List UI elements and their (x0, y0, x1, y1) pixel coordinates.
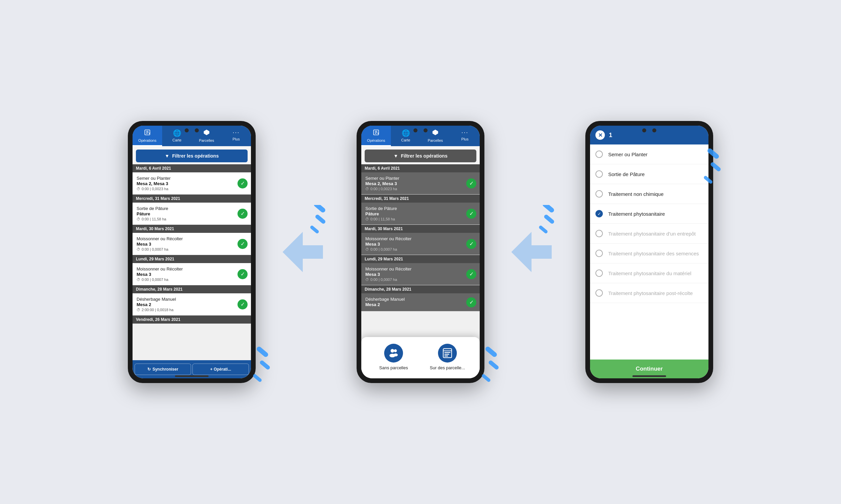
filter-option-phyto-semences[interactable]: Traitement phytosanitaire des semences (590, 244, 708, 264)
phone-1-content: ▼ Filtrer les opérations Mardi, 6 Avril … (133, 146, 251, 378)
filter-option-text-non-chimique: Traitement non chimique (608, 191, 664, 197)
operations-icon-2 (373, 129, 379, 138)
op-info-2-2: Sortie de Pâture Pâture ⏱ 0:00 | 11,58 h… (365, 206, 466, 221)
carte-icon-2: 🌐 (402, 129, 410, 137)
op-info-1-1: Semer ou Planter Mesa 2, Mesa 3 ⏱ 0:00 |… (137, 176, 238, 191)
op-title-2-2: Sortie de Pâture (365, 206, 466, 211)
date-header-2-4: Lundi, 29 Mars 2021 (361, 255, 480, 263)
tab-label-carte-1: Carte (173, 138, 182, 142)
filter-option-text-phyto-post-recolte: Traitement phytosanitaire post-récolte (608, 290, 693, 296)
phone-2: Opérations 🌐 Carte Parcelles ··· Plus (357, 121, 484, 383)
filter-option-non-chimique[interactable]: Traitement non chimique (590, 184, 708, 204)
sync-icon-1: ↻ (147, 367, 151, 372)
check-circle-2-3: ✓ (466, 239, 476, 249)
op-info-2-1: Semer ou Planter Mesa 2, Mesa 3 ⏱ 0:00 |… (365, 176, 466, 191)
sync-btn-1[interactable]: ↻ Synchroniser (135, 363, 191, 375)
radio-non-chimique (596, 190, 603, 198)
date-header-2-1: Mardi, 6 Avril 2021 (361, 164, 480, 173)
op-item-1-5[interactable]: Désherbage Manuel Mesa 2 ⏱ 2:00:00 | 0,0… (133, 293, 251, 316)
op-subtitle-2-2: Pâture (365, 211, 466, 216)
phone-3-screen: ✕ 1 Semer ou Planter Sortie de Pâture (590, 126, 708, 378)
clock-icon-2-3: ⏱ (365, 247, 369, 251)
date-header-1-4: Lundi, 29 Mars 2021 (133, 255, 251, 263)
phone-3-top-bar (642, 128, 656, 132)
op-title-1-1: Semer ou Planter (137, 176, 238, 181)
filter-option-text-phyto-materiel: Traitement phytosanitaire du matériel (608, 270, 691, 276)
svg-rect-5 (256, 346, 269, 358)
filter-option-text-phyto-entrepot: Traitement phytosanitaire d'un entrepôt (608, 231, 696, 236)
radio-sortie (596, 170, 603, 178)
filter-btn-1[interactable]: ▼ Filtrer les opérations (136, 149, 247, 162)
popup-item-sur-parcelles[interactable]: Sur des parcelle... (420, 344, 474, 370)
radio-phyto: ✓ (596, 210, 603, 217)
carte-icon-1: 🌐 (173, 129, 181, 137)
filter-btn-2[interactable]: ▼ Filtrer les opérations (365, 149, 476, 162)
filter-options-list: Semer ou Planter Sortie de Pâture Traite… (590, 144, 708, 360)
op-item-2-1[interactable]: Semer ou Planter Mesa 2, Mesa 3 ⏱ 0:00 |… (361, 173, 480, 195)
tab-plus-2[interactable]: ··· Plus (450, 126, 480, 146)
camera-dot-2-1 (413, 128, 417, 132)
svg-rect-32 (538, 225, 548, 234)
date-header-1-3: Mardi, 30 Mars 2021 (133, 225, 251, 233)
filter-screen: ✕ 1 Semer ou Planter Sortie de Pâture (590, 126, 708, 378)
filter-count: 1 (609, 132, 612, 139)
check-circle-1-3: ✓ (238, 239, 247, 249)
deco-dashes-1 (303, 205, 330, 238)
op-subtitle-2-4: Mesa 3 (365, 272, 466, 277)
op-info-2-3: Moissonner ou Récolter Mesa 3 ⏱ 0:00 | 0… (365, 236, 466, 251)
tab-plus-1[interactable]: ··· Plus (221, 126, 251, 146)
date-header-1-6: Vendredi, 26 Mars 2021 (133, 316, 251, 324)
deco-arrows-3 (700, 148, 740, 195)
svg-rect-25 (444, 356, 448, 357)
filter-option-phyto-entrepot[interactable]: Traitement phytosanitaire d'un entrepôt (590, 224, 708, 244)
op-item-2-4[interactable]: Moissonner ou Récolter Mesa 3 ⏱ 0:00 | 0… (361, 263, 480, 285)
op-title-1-2: Sortie de Pâture (137, 206, 238, 211)
clock-icon-2-4: ⏱ (365, 277, 369, 282)
op-item-1-4[interactable]: Moissonner ou Récolter Mesa 3 ⏱ 0:00 | 0… (133, 263, 251, 285)
date-header-2-2: Mercredi, 31 Mars 2021 (361, 195, 480, 203)
tab-operations-1[interactable]: Opérations (133, 126, 162, 146)
op-meta-1-5: ⏱ 2:00:00 | 0,0018 ha (137, 308, 238, 312)
filter-option-text-semer: Semer ou Planter (608, 151, 648, 157)
op-meta-1-4: ⏱ 0:00 | 0,0007 ha (137, 277, 238, 282)
clock-icon-1-4: ⏱ (137, 277, 140, 282)
svg-rect-31 (543, 214, 555, 224)
radio-semer (596, 150, 603, 158)
filter-option-sortie[interactable]: Sortie de Pâture (590, 164, 708, 184)
tab-label-parcelles-1: Parcelles (199, 139, 214, 142)
op-item-1-3[interactable]: Moissonner ou Récolter Mesa 3 ⏱ 0:00 | 0… (133, 233, 251, 255)
filter-option-phyto-post-recolte[interactable]: Traitement phytosanitaire post-récolte (590, 283, 708, 303)
op-meta-2-1: ⏱ 0:00 | 0,0023 ha (365, 187, 466, 191)
op-title-1-4: Moissonner ou Récolter (137, 267, 238, 271)
filter-btn-label-1: Filtrer les opérations (172, 153, 219, 159)
svg-rect-10 (314, 214, 326, 224)
op-item-1-1[interactable]: Semer ou Planter Mesa 2, Mesa 3 ⏱ 0:00 |… (133, 173, 251, 195)
svg-rect-11 (309, 225, 319, 234)
op-item-2-2[interactable]: Sortie de Pâture Pâture ⏱ 0:00 | 11,58 h… (361, 203, 480, 225)
op-item-2-3[interactable]: Moissonner ou Récolter Mesa 3 ⏱ 0:00 | 0… (361, 233, 480, 255)
op-title-2-4: Moissonner ou Récolter (365, 267, 466, 271)
svg-marker-4 (204, 130, 210, 136)
op-item-1-2[interactable]: Sortie de Pâture Pâture ⏱ 0:00 | 11,58 h… (133, 203, 251, 225)
check-circle-1-2: ✓ (238, 209, 247, 219)
op-item-2-5[interactable]: Désherbage Manuel Mesa 2 ✓ (361, 293, 480, 311)
check-circle-2-5: ✓ (466, 298, 476, 307)
clock-icon-2-2: ⏱ (365, 217, 369, 221)
op-subtitle-1-1: Mesa 2, Mesa 3 (137, 181, 238, 186)
filter-option-semer[interactable]: Semer ou Planter (590, 144, 708, 164)
plus-icon-2: ··· (461, 129, 468, 136)
tab-operations-2[interactable]: Opérations (361, 126, 391, 146)
parcelles-icon-1 (203, 129, 210, 138)
svg-rect-9 (313, 205, 326, 213)
popup-item-sans-parcelles[interactable]: Sans parcelles (367, 344, 420, 370)
op-meta-2-3: ⏱ 0:00 | 0,0007 ha (365, 247, 466, 251)
op-meta-1-3: ⏱ 0:00 | 0,0007 ha (137, 247, 238, 251)
phone-1-screen: Opérations 🌐 Carte Parcelles ··· Plus (133, 126, 251, 378)
op-info-1-2: Sortie de Pâture Pâture ⏱ 0:00 | 11,58 h… (137, 206, 238, 221)
close-button[interactable]: ✕ (596, 130, 605, 140)
filter-option-phyto[interactable]: ✓ Traitement phytosanitaire (590, 204, 708, 224)
svg-rect-34 (710, 161, 722, 172)
filter-option-phyto-materiel[interactable]: Traitement phytosanitaire du matériel (590, 264, 708, 283)
clock-icon-2-1: ⏱ (365, 187, 369, 191)
phones-container: Opérations 🌐 Carte Parcelles ··· Plus (128, 121, 713, 383)
